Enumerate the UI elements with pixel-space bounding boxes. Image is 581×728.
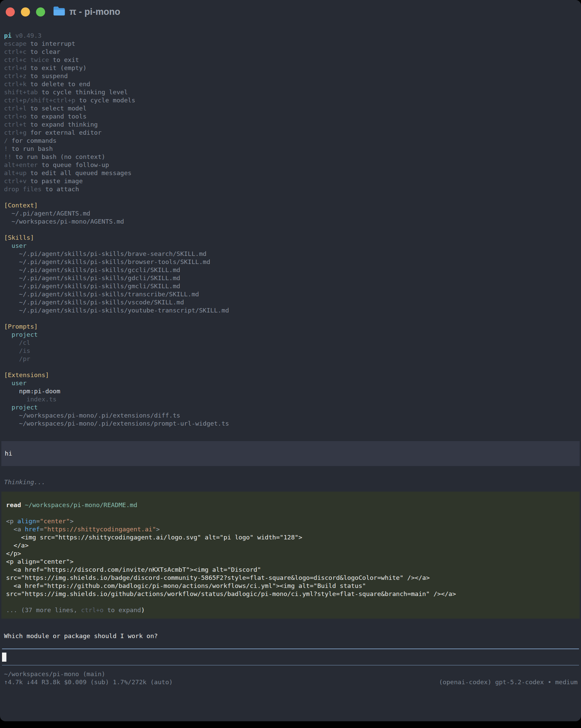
terminal-line: [Context] [0,201,581,209]
assistant-message: Which module or package should I work on… [0,632,581,640]
terminal-line: shift+tab to cycle thinking level [0,88,581,96]
terminal-line: / for commands [0,137,581,145]
terminal-line: [Extensions] [0,371,581,379]
terminal-line: npm:pi-doom [0,387,581,395]
terminal-line: ~/.pi/agent/skills/pi-skills/transcribe/… [0,290,581,298]
terminal-window: π - pi-mono pi v0.49.3escape to interrup… [0,0,581,721]
tool-output-lines: read ~/workspaces/pi-mono/README.md <p a… [3,501,578,614]
terminal-line: <p align="center"> [3,517,578,525]
terminal-line: ctrl+k to delete to end [0,80,581,88]
terminal-line [0,314,581,322]
terminal-line: src="https://img.shields.io/badge/discor… [3,574,578,582]
terminal-line: ctrl+d to exit (empty) [0,64,581,72]
terminal-line: /pr [0,355,581,363]
close-button[interactable] [6,7,15,17]
statusbar: ~/workspaces/pi-mono (main) ↑4.7k ↓44 R3… [0,670,581,686]
terminal-line: ctrl+c twice to exit [0,56,581,64]
terminal-line: drop files to attach [0,185,581,193]
terminal-line: <p align="center"> [3,557,578,566]
cwd-branch: ~/workspaces/pi-mono (main) [0,670,581,678]
window-controls [6,7,45,17]
terminal-line: ctrl+z to suspend [0,72,581,80]
user-message: hi [1,441,580,466]
terminal-line: ~/.pi/agent/skills/pi-skills/gmcli/SKILL… [0,282,581,290]
terminal-line: project [0,331,581,339]
terminal-line: ctrl+c to clear [0,48,581,56]
titlebar: π - pi-mono [0,0,581,24]
terminal-line: index.ts [0,395,581,404]
terminal-line: ctrl+l to select model [0,104,581,112]
terminal-line: ~/workspaces/pi-mono/.pi/extensions/diff… [0,412,581,420]
terminal-line: ! to run bash [0,145,581,153]
terminal-line: ctrl+t to expand thinking [0,121,581,129]
terminal-line: ~/workspaces/pi-mono/AGENTS.md [0,217,581,226]
token-stats: ↑4.7k ↓44 R3.8k $0.009 (sub) 1.7%/272k (… [4,678,173,686]
terminal-line: src="https://img.shields.io/github/actio… [3,590,578,598]
terminal-line: ~/.pi/agent/skills/pi-skills/gdcli/SKILL… [0,274,581,282]
terminal-line [3,509,578,517]
prompt-input[interactable] [0,649,581,665]
terminal-line: ctrl+o to expand tools [0,112,581,121]
window-title: π - pi-mono [69,7,120,17]
terminal-line: ctrl+v to paste image [0,177,581,185]
terminal-line [0,226,581,234]
terminal-line: !! to run bash (no context) [0,153,581,161]
text-cursor [2,653,6,662]
terminal-line: </a> [3,542,578,549]
terminal-line: pi v0.49.3 [0,32,581,40]
terminal-line: escape to interrupt [0,40,581,48]
thinking-indicator: Thinking... [0,478,581,486]
terminal-line: alt+enter to queue follow-up [0,161,581,169]
model-info: (openai-codex) gpt-5.2-codex • medium [439,678,578,686]
terminal-line: ~/.pi/agent/skills/pi-skills/youtube-tra… [0,306,581,314]
terminal-line: project [0,404,581,412]
startup-info: pi v0.49.3escape to interruptctrl+c to c… [0,32,581,427]
minimize-button[interactable] [21,7,30,17]
terminal-line: ~/.pi/agent/skills/pi-skills/browser-too… [0,258,581,266]
terminal-line [0,193,581,201]
terminal-line: user [0,379,581,387]
terminal-line: [Skills] [0,234,581,242]
read-tool-output: read ~/workspaces/pi-mono/README.md <p a… [1,492,580,619]
terminal-line: <a href="https://github.com/badlogic/pi-… [3,582,578,590]
terminal-line: ~/.pi/agent/skills/pi-skills/vscode/SKIL… [0,298,581,306]
user-message-text: hi [5,450,12,457]
terminal-line: /cl [0,339,581,347]
terminal-line [3,598,578,606]
terminal-line: /is [0,347,581,355]
terminal-line: <a href="https://shittycodingagent.ai"> [3,525,578,534]
terminal-line: <img src="https://shittycodingagent.ai/l… [3,534,578,542]
terminal-line [0,363,581,371]
terminal-line: ... (37 more lines, ctrl+o to expand) [3,606,578,614]
terminal-line: [Prompts] [0,322,581,331]
terminal-line: ~/.pi/agent/skills/pi-skills/brave-searc… [0,250,581,258]
folder-icon [53,6,65,18]
terminal-content: pi v0.49.3escape to interruptctrl+c to c… [0,32,581,686]
terminal-line: ctrl+p/shift+ctrl+p to cycle models [0,96,581,104]
terminal-line: ~/.pi/agent/AGENTS.md [0,209,581,217]
terminal-line: </p> [3,549,578,557]
terminal-line: ctrl+g for external editor [0,129,581,137]
zoom-button[interactable] [36,7,45,17]
terminal-line: ~/workspaces/pi-mono/.pi/extensions/prom… [0,420,581,427]
terminal-line: ~/.pi/agent/skills/pi-skills/gccli/SKILL… [0,266,581,274]
terminal-line: alt+up to edit all queued messages [0,169,581,177]
input-divider-bottom [2,665,579,666]
terminal-line: read ~/workspaces/pi-mono/README.md [3,501,578,509]
terminal-line: user [0,242,581,250]
terminal-line: <a href="https://discord.com/invite/nKXT… [3,566,578,574]
